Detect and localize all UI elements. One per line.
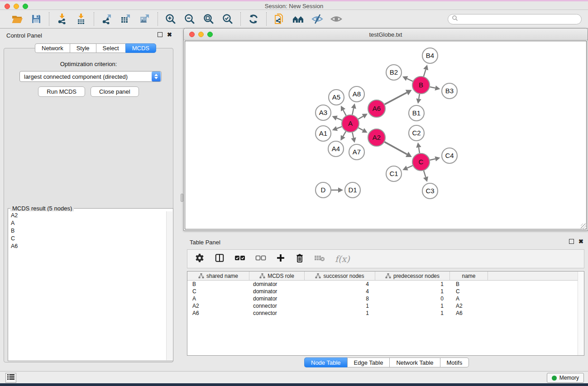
select-all-button[interactable]	[234, 254, 245, 263]
delete-table-button[interactable]	[314, 254, 325, 264]
trash-icon	[295, 253, 304, 265]
graph-edge[interactable]	[359, 128, 363, 130]
apply-function-button[interactable]: f(x)	[335, 254, 350, 264]
graph-edge[interactable]	[352, 133, 354, 138]
mcds-result-list[interactable]: A2 A B C A6	[9, 211, 166, 360]
table-scrollbar[interactable]	[578, 272, 584, 355]
graph-node-label: A4	[332, 145, 340, 152]
houses-icon	[292, 13, 305, 25]
import-network-icon	[56, 13, 68, 25]
zoom-out-icon	[184, 13, 196, 25]
column-header-successor-nodes[interactable]: successor nodes	[305, 272, 375, 281]
tab-edge-table[interactable]: Edge Table	[347, 357, 390, 367]
tree-icon	[315, 273, 321, 279]
tab-network-table[interactable]: Network Table	[389, 357, 440, 367]
graph-edge[interactable]	[337, 118, 342, 120]
graph-edge[interactable]	[419, 148, 420, 153]
deselect-all-button[interactable]	[255, 254, 266, 263]
table-row[interactable]: A dominator 8 0 A	[187, 295, 584, 302]
tab-network[interactable]: Network	[35, 43, 70, 53]
graph-edge[interactable]	[430, 159, 435, 160]
graph-edge[interactable]	[430, 87, 435, 88]
criterion-dropdown[interactable]: largest connected component (directed)	[19, 71, 162, 82]
search-field[interactable]	[448, 14, 582, 24]
table-panel-header: Table Panel ✖	[183, 235, 588, 248]
graph-edge-arrowhead	[416, 99, 421, 104]
show-graphics-details-button[interactable]	[330, 13, 343, 25]
table-row[interactable]: A6 connector 1 1 A6	[187, 310, 584, 317]
graph-edge[interactable]	[358, 116, 363, 119]
tab-style[interactable]: Style	[70, 43, 96, 53]
column-header-shared-name[interactable]: shared name	[187, 272, 249, 281]
graph-edge[interactable]	[424, 171, 425, 177]
table-row[interactable]: B dominator 4 1 B	[187, 281, 584, 288]
column-header-predecessor-nodes[interactable]: predecessor nodes	[375, 272, 450, 281]
close-panel-icon[interactable]: ✖	[167, 32, 172, 37]
export-network-button[interactable]	[100, 13, 113, 25]
result-scrollbar[interactable]	[166, 211, 172, 360]
graph-node-label: A1	[319, 129, 327, 137]
column-header-name[interactable]: name	[450, 272, 488, 281]
home-layout-button[interactable]	[292, 13, 305, 25]
float-panel-icon[interactable]	[158, 32, 163, 37]
list-item[interactable]: A2	[9, 211, 166, 219]
refresh-view-button[interactable]	[247, 13, 260, 25]
list-item[interactable]: C	[9, 234, 166, 242]
list-item[interactable]: A6	[9, 242, 166, 250]
import-table-button[interactable]	[75, 13, 87, 25]
column-header-mcds-role[interactable]: MCDS role	[249, 272, 305, 281]
search-input[interactable]	[460, 16, 578, 22]
graph-edge[interactable]	[352, 108, 354, 114]
network-view-window: testGlobe.txt AA1A2A3A4A5A6A7A8BB1B2B3B4…	[183, 28, 588, 231]
hide-graphics-details-button[interactable]	[311, 13, 324, 25]
tab-motifs[interactable]: Motifs	[440, 357, 469, 367]
run-mcds-button[interactable]: Run MCDS	[38, 86, 85, 97]
export-network-icon	[101, 13, 113, 25]
tab-node-table[interactable]: Node Table	[304, 357, 347, 367]
graph-edge[interactable]	[343, 131, 346, 136]
graph-edge[interactable]	[407, 79, 413, 81]
window-resize-grip[interactable]	[581, 224, 587, 229]
session-title: Session: New Session	[0, 3, 588, 10]
graph-edge[interactable]	[385, 92, 407, 104]
graph-edge[interactable]	[419, 94, 420, 99]
table-settings-button[interactable]	[195, 253, 205, 265]
delete-column-button[interactable]	[295, 253, 304, 265]
zoom-fit-button[interactable]	[202, 13, 215, 25]
close-panel-icon[interactable]: ✖	[578, 239, 583, 244]
export-table-button[interactable]	[120, 13, 132, 25]
zoom-in-button[interactable]	[164, 13, 177, 25]
float-panel-icon[interactable]	[569, 239, 574, 244]
save-session-button[interactable]	[30, 13, 43, 25]
table-row[interactable]: C dominator 4 1 C	[187, 288, 584, 295]
close-panel-button[interactable]: Close panel	[91, 86, 139, 97]
mcds-panel: Optimization criterion: largest connecte…	[4, 48, 173, 362]
table-row[interactable]: A2 connector 1 1 A2	[187, 302, 584, 310]
network-file-button[interactable]	[273, 13, 286, 25]
tab-select[interactable]: Select	[96, 43, 125, 53]
task-history-button[interactable]	[5, 373, 16, 383]
import-network-button[interactable]	[56, 13, 68, 25]
search-area	[448, 14, 582, 24]
list-icon	[7, 374, 14, 382]
open-session-button[interactable]	[11, 13, 24, 25]
split-columns-button[interactable]	[215, 253, 225, 265]
list-item[interactable]: A	[9, 219, 166, 227]
graph-edge-arrowhead	[435, 86, 440, 91]
graph-node-label: C2	[412, 129, 421, 137]
export-image-button[interactable]	[139, 13, 151, 25]
graph-edge[interactable]	[343, 110, 346, 115]
graph-edge[interactable]	[424, 70, 426, 76]
graph-edge[interactable]	[385, 142, 407, 154]
tab-mcds[interactable]: MCDS	[125, 43, 156, 53]
graph-edge[interactable]	[407, 166, 412, 168]
graph-edge[interactable]	[337, 127, 342, 129]
zoom-out-button[interactable]	[183, 13, 196, 25]
list-item[interactable]: B	[9, 227, 166, 234]
eye-slash-icon	[311, 13, 324, 25]
add-column-button[interactable]	[276, 253, 285, 264]
network-canvas[interactable]: AA1A2A3A4A5A6A7A8BB1B2B3B4CC1C2C3C4DD1	[185, 41, 587, 229]
zoom-selected-button[interactable]	[221, 13, 234, 25]
memory-button[interactable]: Memory	[547, 373, 584, 383]
graph-node-label: B3	[445, 87, 454, 95]
